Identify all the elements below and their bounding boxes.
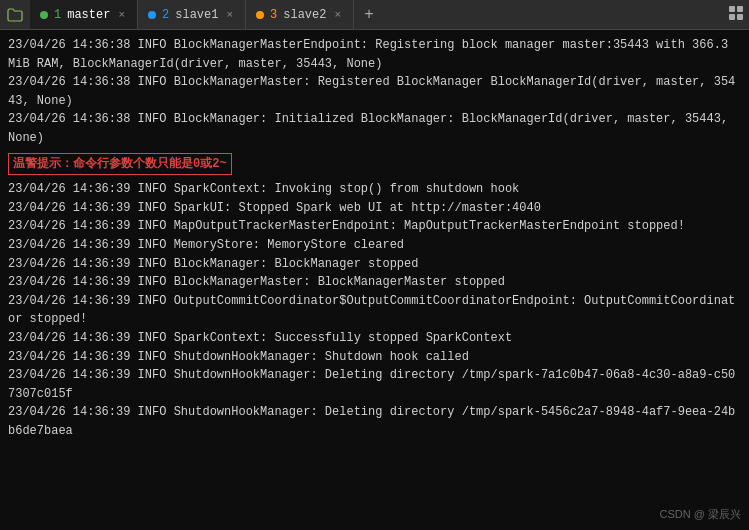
log-line: 23/04/26 14:36:39 INFO SparkContext: Inv… <box>8 180 741 199</box>
warning-message: 温警提示：命令行参数个数只能是0或2~ <box>8 151 741 178</box>
log-line: 23/04/26 14:36:39 INFO SparkContext: Suc… <box>8 329 741 348</box>
log-line: 23/04/26 14:36:39 INFO MapOutputTrackerM… <box>8 217 741 236</box>
tab-label-slave2: slave2 <box>283 8 326 22</box>
svg-rect-0 <box>729 6 735 12</box>
tab-label-master: master <box>67 8 110 22</box>
tab-master[interactable]: 1 master× <box>30 0 138 29</box>
tab-dot-slave1 <box>148 11 156 19</box>
tab-close-slave2[interactable]: × <box>332 8 343 22</box>
tab-close-slave1[interactable]: × <box>224 8 235 22</box>
log-line: 23/04/26 14:36:39 INFO ShutdownHookManag… <box>8 348 741 367</box>
grid-layout-icon[interactable] <box>729 6 743 24</box>
log-line: 23/04/26 14:36:39 INFO BlockManagerMaste… <box>8 273 741 292</box>
svg-rect-3 <box>737 14 743 20</box>
add-tab-button[interactable]: + <box>358 4 380 26</box>
svg-rect-1 <box>737 6 743 12</box>
log-line: 23/04/26 14:36:38 INFO BlockManagerMaste… <box>8 73 741 110</box>
tab-dot-slave2 <box>256 11 264 19</box>
folder-icon[interactable] <box>4 4 26 26</box>
log-line: 23/04/26 14:36:39 INFO MemoryStore: Memo… <box>8 236 741 255</box>
tab-close-master[interactable]: × <box>116 8 127 22</box>
warning-box: 温警提示：命令行参数个数只能是0或2~ <box>8 153 232 176</box>
log-line: 23/04/26 14:36:39 INFO ShutdownHookManag… <box>8 366 741 403</box>
tab-slave2[interactable]: 3 slave2× <box>246 0 354 29</box>
watermark: CSDN @ 梁辰兴 <box>660 507 741 522</box>
log-output: 23/04/26 14:36:38 INFO BlockManagerMaste… <box>0 30 749 530</box>
tab-number-slave2: 3 <box>270 8 277 22</box>
app-container: 1 master×2 slave1×3 slave2× + 23/04/26 1… <box>0 0 749 530</box>
log-line: 23/04/26 14:36:39 INFO ShutdownHookManag… <box>8 403 741 440</box>
log-line: 23/04/26 14:36:38 INFO BlockManagerMaste… <box>8 36 741 73</box>
tab-bar: 1 master×2 slave1×3 slave2× + <box>0 0 749 30</box>
log-line: 23/04/26 14:36:39 INFO OutputCommitCoord… <box>8 292 741 329</box>
log-line: 23/04/26 14:36:38 INFO BlockManager: Ini… <box>8 110 741 147</box>
tab-number-slave1: 2 <box>162 8 169 22</box>
log-line: 23/04/26 14:36:39 INFO SparkUI: Stopped … <box>8 199 741 218</box>
tab-slave1[interactable]: 2 slave1× <box>138 0 246 29</box>
tab-dot-master <box>40 11 48 19</box>
svg-rect-2 <box>729 14 735 20</box>
log-line: 23/04/26 14:36:39 INFO BlockManager: Blo… <box>8 255 741 274</box>
tab-number-master: 1 <box>54 8 61 22</box>
tab-label-slave1: slave1 <box>175 8 218 22</box>
